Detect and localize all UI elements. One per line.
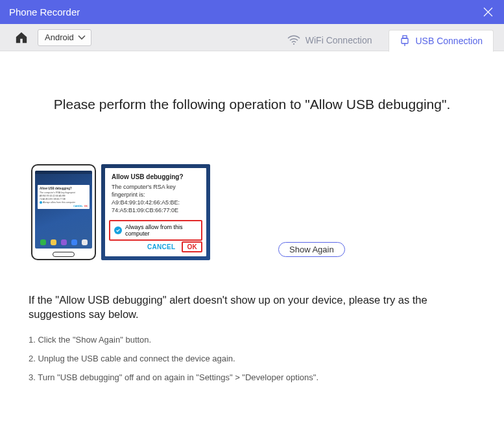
mini-cancel: CANCEL [73,205,83,208]
close-button[interactable] [478,3,498,22]
app-title: Phone Recorder [9,6,80,18]
instruction-step: 1. Click the "Show Again" button. [29,335,475,345]
usb-icon [400,35,410,47]
platform-select[interactable]: Android [38,29,91,46]
svg-rect-2 [402,38,408,43]
instructions-heading: If the "Allow USB debugging" alert doesn… [29,293,475,322]
platform-label: Android [45,32,74,42]
dialog-body-line: The computer's RSA key fingerprint is: [112,183,200,199]
dialog-ok-button: OK [182,241,202,252]
instruction-step: 3. Turn "USB debugging" off and on again… [29,372,475,382]
home-button[interactable] [12,28,31,47]
main-content: Please perform the following operation t… [0,97,504,382]
dock-icon [40,239,46,245]
mini-allow-label: Always allow from this computer [43,201,75,204]
wifi-icon [287,35,300,45]
mini-dialog-line: The computer's RSA key fingerprint [40,191,88,194]
dialog-cancel-button: CANCEL [147,243,175,250]
dialog-fingerprint-line: A9:B4:99:10:42:66:A5:BE: [112,199,200,206]
dock-icon [71,239,77,245]
svg-point-0 [293,43,294,44]
titlebar: Phone Recorder [0,0,504,24]
mini-dialog-line: A9:B4:99:10:42:66:A5:BE [40,195,88,197]
close-icon [483,7,493,17]
show-again-button[interactable]: Show Again [278,242,345,257]
check-icon [114,226,122,234]
dock-icon [82,239,88,245]
mini-ok: OK [84,205,88,208]
tab-wifi-connection[interactable]: WiFi Connection [277,29,383,51]
dock-icon [51,239,56,245]
page-headline: Please perform the following operation t… [13,97,491,112]
mini-check-icon [40,201,42,204]
dialog-body: The computer's RSA key fingerprint is: A… [105,183,206,215]
illustration-row: Allow USB debugging? The computer's RSA … [31,164,491,260]
tab-wifi-label: WiFi Connection [306,35,372,45]
mini-dialog-title: Allow USB debugging? [40,187,88,190]
chevron-down-icon [78,35,86,40]
instruction-step: 2. Unplug the USB cable and connect the … [29,354,475,363]
dialog-always-allow-row: Always allow from this computer [109,220,202,241]
dialog-always-allow-label: Always allow from this computer [125,224,197,237]
phone-home-button [53,252,75,257]
home-icon [14,31,29,44]
instructions-section: If the "Allow USB debugging" alert doesn… [29,293,475,382]
tab-usb-label: USB Connection [415,36,483,46]
zoom-dialog: Allow USB debugging? The computer's RSA … [101,164,210,260]
mini-dialog-line: 74:A5:B1:09:CB:66:77:0E [40,198,88,201]
toolbar: Android WiFi Connection USB Connection [0,24,504,51]
dialog-title: Allow USB debugging? [105,168,206,183]
phone-mini-dialog: Allow USB debugging? The computer's RSA … [38,185,90,209]
phone-mockup: Allow USB debugging? The computer's RSA … [31,164,96,260]
tab-usb-connection[interactable]: USB Connection [389,30,494,52]
dialog-fingerprint-line: 74:A5:B1:09:CB:66:77:0E [112,206,200,214]
dock-icon [61,239,67,245]
